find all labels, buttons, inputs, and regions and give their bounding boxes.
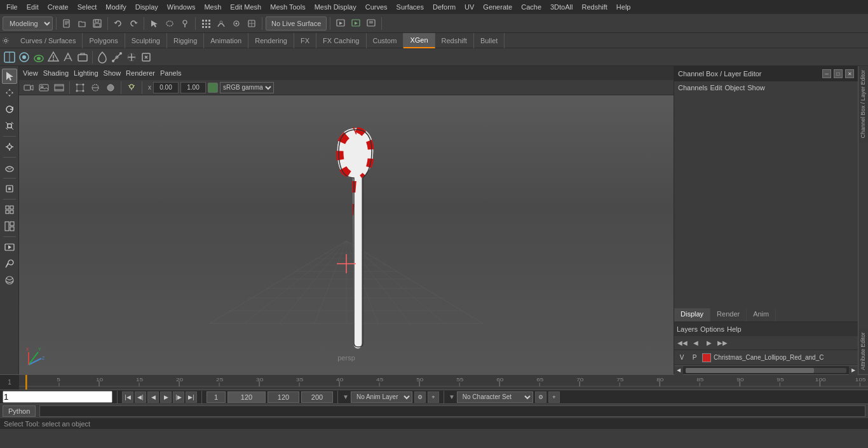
- xgen-tool-2[interactable]: [17, 50, 31, 64]
- channels-show-menu[interactable]: Show: [747, 84, 765, 92]
- tab-fx[interactable]: FX: [294, 33, 316, 48]
- tab-xgen[interactable]: XGen: [403, 33, 435, 48]
- undo-btn[interactable]: [111, 17, 125, 31]
- right-panel-scrollbar[interactable]: ◀ ▶: [674, 365, 858, 374]
- menu-mesh[interactable]: Mesh: [200, 2, 225, 12]
- show-manip-btn[interactable]: [2, 181, 17, 196]
- tab-polygons[interactable]: Polygons: [83, 33, 125, 48]
- layer-playback-btn[interactable]: P: [689, 353, 700, 363]
- xgen-tool-10[interactable]: [139, 50, 153, 64]
- menu-help[interactable]: Help: [613, 2, 635, 12]
- xgen-tool-1[interactable]: [3, 50, 17, 64]
- anim-layer-add-btn[interactable]: +: [428, 391, 439, 403]
- channels-menu[interactable]: Channels: [678, 84, 707, 92]
- snap-grid-btn[interactable]: [199, 17, 213, 31]
- go-to-start-btn[interactable]: |◀: [122, 391, 133, 403]
- layer-prev-btn[interactable]: ◀: [690, 337, 702, 349]
- layers-menu[interactable]: Layers: [677, 325, 698, 333]
- range-start-input[interactable]: 1: [207, 391, 226, 403]
- snap-point-btn[interactable]: [229, 17, 243, 31]
- tab-custom[interactable]: Custom: [367, 33, 404, 48]
- material-btn[interactable]: [2, 273, 17, 288]
- xgen-tool-5[interactable]: [61, 50, 75, 64]
- xgen-tool-4[interactable]: [46, 50, 60, 64]
- new-scene-btn[interactable]: [60, 17, 74, 31]
- viewport[interactable]: View Shading Lighting Show Renderer Pane…: [19, 66, 674, 374]
- char-set-settings-btn[interactable]: ⚙: [535, 391, 546, 403]
- range-end-input[interactable]: 120: [227, 391, 266, 403]
- vp-select-btn[interactable]: [73, 81, 87, 95]
- translate-y-input[interactable]: 1.00: [180, 82, 206, 93]
- layer-color-swatch[interactable]: [702, 353, 711, 362]
- save-scene-btn[interactable]: [90, 17, 104, 31]
- python-label[interactable]: Python: [3, 405, 36, 417]
- vp-image-btn[interactable]: [37, 81, 51, 95]
- tab-curves-surfaces[interactable]: Curves / Surfaces: [14, 33, 83, 48]
- viewport-menu-shading[interactable]: Shading: [43, 69, 69, 77]
- menu-modify[interactable]: Modify: [102, 2, 130, 12]
- xgen-tool-7[interactable]: [95, 50, 109, 64]
- xgen-paint-btn[interactable]: [2, 256, 17, 271]
- anim-layer-dropdown[interactable]: No Anim Layer: [351, 391, 412, 403]
- menu-deform[interactable]: Deform: [429, 2, 459, 12]
- menu-edit-mesh[interactable]: Edit Mesh: [226, 2, 265, 12]
- render-btn[interactable]: [334, 17, 348, 31]
- layer-next-btn[interactable]: ▶: [703, 337, 715, 349]
- soft-modify-btn[interactable]: [2, 160, 17, 175]
- go-to-end-btn[interactable]: ▶|: [186, 391, 197, 403]
- xgen-tool-8[interactable]: [110, 50, 124, 64]
- scroll-left-btn[interactable]: ◀: [674, 366, 683, 375]
- char-set-dropdown[interactable]: No Character Set: [457, 391, 533, 403]
- tab-sculpting[interactable]: Sculpting: [125, 33, 167, 48]
- play-back-btn[interactable]: ◀: [147, 391, 159, 403]
- timeline-ruler[interactable]: 5 10 15 20 25 30 35 40 45 50 5: [19, 375, 868, 390]
- lasso-btn[interactable]: [163, 17, 177, 31]
- menu-cache[interactable]: Cache: [517, 2, 545, 12]
- step-back-btn[interactable]: ◀|: [135, 391, 146, 403]
- range-max-input[interactable]: 120: [268, 391, 299, 403]
- paint-btn[interactable]: [178, 17, 192, 31]
- snap-curve-btn[interactable]: [214, 17, 228, 31]
- menu-select[interactable]: Select: [74, 2, 101, 12]
- tab-fx-caching[interactable]: FX Caching: [316, 33, 366, 48]
- menu-3dtoa[interactable]: 3DtoAll: [546, 2, 576, 12]
- menu-uv[interactable]: UV: [461, 2, 478, 12]
- menu-surfaces[interactable]: Surfaces: [393, 2, 428, 12]
- menu-create[interactable]: Create: [44, 2, 72, 12]
- vp-camera-btn[interactable]: [22, 81, 36, 95]
- viewport-menu-panels[interactable]: Panels: [160, 69, 182, 77]
- translate-x-input[interactable]: 0.00: [153, 82, 179, 93]
- gamma-color-btn[interactable]: [208, 83, 218, 93]
- play-fwd-btn[interactable]: ▶: [160, 391, 172, 403]
- tab-redshift[interactable]: Redshift: [435, 33, 474, 48]
- live-surface-btn[interactable]: No Live Surface: [266, 17, 327, 31]
- layers-options-menu[interactable]: Options: [700, 325, 724, 333]
- scroll-right-btn[interactable]: ▶: [849, 366, 858, 375]
- attribute-editor-side-tab[interactable]: Attribute Editor: [858, 329, 868, 374]
- current-frame-input[interactable]: 1: [3, 391, 112, 403]
- menu-generate[interactable]: Generate: [479, 2, 516, 12]
- vp-film-btn[interactable]: [52, 81, 66, 95]
- panel-expand-btn[interactable]: □: [834, 69, 843, 78]
- xgen-tool-9[interactable]: [125, 50, 139, 64]
- display-tab[interactable]: Display: [674, 308, 710, 322]
- menu-mesh-tools[interactable]: Mesh Tools: [266, 2, 309, 12]
- xgen-tool-3[interactable]: [32, 50, 46, 64]
- menu-file[interactable]: File: [3, 2, 22, 12]
- open-scene-btn[interactable]: [75, 17, 89, 31]
- menu-edit[interactable]: Edit: [23, 2, 43, 12]
- range-max2-input[interactable]: 200: [301, 391, 333, 403]
- ipr-btn[interactable]: [349, 17, 363, 31]
- render-settings-btn[interactable]: [364, 17, 378, 31]
- layer-back-btn[interactable]: ◀◀: [677, 337, 688, 349]
- vp-smooth-btn[interactable]: [104, 81, 118, 95]
- menu-mesh-display[interactable]: Mesh Display: [311, 2, 360, 12]
- menu-display[interactable]: Display: [132, 2, 162, 12]
- redo-btn[interactable]: [126, 17, 140, 31]
- channels-object-menu[interactable]: Object: [724, 84, 745, 92]
- viewport-menu-renderer[interactable]: Renderer: [126, 69, 155, 77]
- scroll-track[interactable]: [686, 368, 846, 373]
- channels-edit-menu[interactable]: Edit: [710, 84, 722, 92]
- layout-btn[interactable]: [2, 219, 17, 234]
- grid-btn[interactable]: [2, 202, 17, 217]
